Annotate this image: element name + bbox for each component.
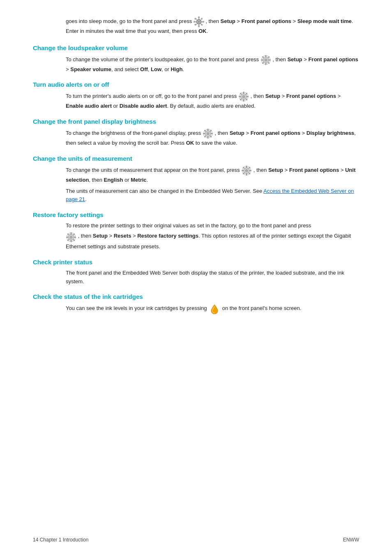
section-body-loudspeaker: To change the volume of the printer's lo… (33, 55, 359, 74)
gear-icon-intro (194, 16, 204, 27)
svg-line-18 (263, 56, 263, 57)
svg-line-30 (246, 99, 247, 100)
section-title-units: Change the units of measurement (33, 155, 359, 162)
svg-line-54 (249, 167, 250, 168)
brightness-para: To change the brightness of the front-pa… (66, 128, 359, 148)
section-title-check-printer: Check printer status (33, 259, 359, 266)
section-title-ink: Check the status of the ink cartridges (33, 293, 359, 300)
ink-drop-icon (209, 303, 220, 314)
section-ink-cartridges: Check the status of the ink cartridges Y… (33, 293, 359, 314)
intro-paragraph: goes into sleep mode, go to the front pa… (33, 16, 359, 35)
svg-rect-3 (194, 21, 196, 23)
check-printer-para: The front panel and the Embedded Web Ser… (66, 269, 359, 286)
svg-point-10 (198, 21, 200, 23)
units-link-para: The units of measurement can also be cha… (66, 187, 359, 204)
svg-line-41 (210, 136, 211, 137)
svg-point-35 (206, 132, 209, 135)
svg-point-46 (245, 169, 248, 172)
section-restore-factory: Restore factory settings To restore the … (33, 211, 359, 251)
gear-icon-restore (66, 232, 76, 243)
svg-point-57 (70, 236, 73, 239)
page-content: goes into sleep mode, go to the front pa… (0, 0, 392, 346)
section-body-restore: To restore the printer settings to their… (33, 222, 359, 251)
svg-line-52 (249, 173, 250, 174)
section-check-printer: Check printer status The front panel and… (33, 259, 359, 286)
section-loudspeaker: Change the loudspeaker volume To change … (33, 44, 359, 74)
svg-line-32 (246, 93, 247, 94)
section-body-ink: You can see the ink levels in your ink c… (33, 303, 359, 314)
svg-line-42 (205, 136, 205, 137)
gear-icon-units (241, 165, 252, 176)
svg-rect-7 (194, 23, 196, 26)
svg-point-24 (242, 95, 245, 98)
svg-rect-4 (202, 21, 204, 23)
restore-para: To restore the printer settings to their… (66, 222, 359, 251)
intro-text-before: goes into sleep mode, go to the front pa… (66, 18, 194, 24)
svg-line-20 (263, 62, 263, 63)
svg-line-53 (243, 173, 244, 174)
ink-para: You can see the ink levels in your ink c… (66, 303, 359, 314)
svg-rect-1 (198, 16, 200, 18)
svg-rect-8 (201, 23, 203, 26)
svg-line-29 (240, 93, 241, 94)
units-para: To change the units of measurement that … (66, 165, 359, 185)
footer-right: ENWW (343, 537, 359, 543)
svg-line-64 (68, 240, 69, 240)
svg-line-43 (210, 130, 211, 131)
svg-line-63 (74, 240, 74, 240)
section-audio-alerts: Turn audio alerts on or off To turn the … (33, 81, 359, 111)
section-body-check-printer: The front panel and the Embedded Web Ser… (33, 269, 359, 286)
svg-rect-6 (201, 18, 203, 20)
footer-left: 14 Chapter 1 Introduction (33, 537, 88, 543)
gear-icon-brightness (203, 128, 213, 139)
gear-icon-audio (238, 91, 249, 102)
svg-line-40 (205, 130, 205, 131)
section-brightness: Change the front panel display brightnes… (33, 118, 359, 148)
section-body-brightness: To change the brightness of the front-pa… (33, 128, 359, 148)
svg-line-62 (68, 234, 69, 235)
section-title-brightness: Change the front panel display brightnes… (33, 118, 359, 125)
section-title-restore: Restore factory settings (33, 211, 359, 218)
svg-line-65 (74, 234, 74, 235)
section-title-audio: Turn audio alerts on or off (33, 81, 359, 88)
page-footer: 14 Chapter 1 Introduction ENWW (0, 537, 392, 543)
svg-line-31 (240, 99, 241, 100)
svg-rect-2 (198, 25, 200, 27)
loudspeaker-para: To change the volume of the printer's lo… (66, 55, 359, 74)
section-title-loudspeaker: Change the loudspeaker volume (33, 44, 359, 51)
section-body-audio: To turn the printer's audio alerts on or… (33, 91, 359, 111)
gear-icon-loudspeaker (261, 55, 271, 65)
section-units: Change the units of measurement To chang… (33, 155, 359, 204)
svg-line-19 (268, 62, 269, 63)
svg-line-21 (268, 56, 269, 57)
section-body-units: To change the units of measurement that … (33, 165, 359, 204)
svg-line-51 (243, 167, 244, 168)
audio-alerts-para: To turn the printer's audio alerts on or… (66, 91, 359, 111)
svg-point-13 (264, 58, 267, 61)
